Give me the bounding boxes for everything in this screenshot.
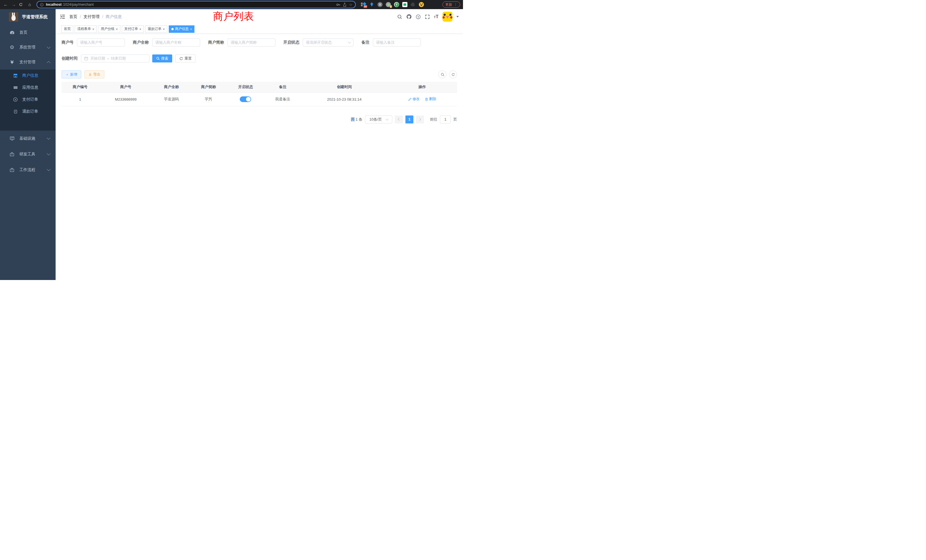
extension-y-icon[interactable]: Y — [394, 2, 399, 7]
tab-merchant-info[interactable]: 商户信息× — [169, 26, 194, 33]
remark-input[interactable]: 请输入备注 — [373, 38, 421, 47]
chevron-down-icon — [47, 136, 50, 140]
merchant-short-input[interactable]: 请输入商户简称 — [227, 38, 275, 47]
extension-emoji-icon[interactable] — [419, 2, 424, 7]
refresh-icon — [451, 73, 455, 76]
goto-page-input[interactable]: 1 — [440, 115, 451, 123]
avatar-caret-icon[interactable] — [457, 16, 459, 17]
sidebar-item-merchant-info[interactable]: 商户信息 — [0, 70, 56, 82]
col-short-name: 商户简称 — [190, 82, 227, 92]
page-1-button[interactable]: 1 — [406, 115, 413, 123]
sidebar-item-app-info[interactable]: 应用信息 — [0, 82, 56, 94]
sidebar-fold-icon[interactable] — [60, 14, 65, 20]
chevron-up-icon — [47, 61, 50, 65]
browser-back-icon[interactable]: ← — [3, 2, 9, 8]
col-actions: 操作 — [387, 82, 457, 92]
add-button[interactable]: ＋ 新增 — [62, 70, 81, 79]
url-bar[interactable]: localhost:1024/pay/merchant ☆ — [36, 1, 356, 8]
app-logo-row[interactable]: 芋道管理系统 — [0, 9, 56, 22]
reset-button[interactable]: 重置 — [176, 54, 195, 62]
search-button[interactable]: 搜索 — [152, 54, 172, 62]
extension-meet-icon[interactable]: 1 — [386, 2, 391, 7]
document-icon — [12, 109, 18, 114]
browser-menu-icon[interactable]: ⋮ — [454, 3, 457, 6]
close-icon[interactable]: × — [163, 27, 165, 31]
extension-chat-icon[interactable] — [402, 2, 407, 7]
col-status: 开启状态 — [227, 82, 264, 92]
pagination: 共 1 条 10条/页 1 前往 1 页 — [62, 115, 457, 123]
col-full-name: 商户全称 — [153, 82, 190, 92]
extensions-puzzle-icon[interactable] — [410, 2, 416, 7]
share-icon[interactable] — [343, 3, 346, 7]
fullscreen-icon[interactable] — [425, 14, 430, 20]
tab-process-form[interactable]: 流程表单× — [75, 26, 97, 33]
next-page-button[interactable] — [416, 115, 424, 123]
url-host: localhost — [46, 3, 62, 6]
sidebar-item-home[interactable]: 首页 — [0, 25, 56, 40]
close-icon[interactable]: × — [139, 27, 141, 31]
help-icon[interactable]: ? — [416, 14, 421, 20]
browser-update-button[interactable]: 更新 ⋮ — [442, 2, 460, 8]
toggle-search-button[interactable] — [439, 70, 446, 79]
avatar[interactable] — [442, 12, 452, 22]
font-size-icon[interactable]: TT — [434, 14, 439, 20]
sidebar-item-label: 退款订单 — [22, 109, 38, 114]
sidebar-item-infra[interactable]: 基础设施 — [0, 130, 56, 146]
create-time-label: 创建时间 — [62, 56, 77, 61]
export-button[interactable]: 导出 — [85, 70, 104, 79]
tab-user-group[interactable]: 用户分组× — [98, 26, 120, 33]
close-icon[interactable]: × — [116, 27, 118, 31]
prev-page-button[interactable] — [395, 115, 403, 123]
breadcrumb-pay[interactable]: 支付管理 — [83, 14, 100, 20]
password-key-icon[interactable] — [336, 3, 340, 7]
tab-pay-order[interactable]: 支付订单× — [122, 26, 144, 33]
browser-chrome: ← → ⌂ localhost:1024/pay/merchant ☆ 10 ⌘… — [0, 0, 463, 9]
extension-kite-icon[interactable] — [369, 2, 374, 7]
sidebar-item-pay[interactable]: ￥ 支付管理 — [0, 55, 56, 70]
active-dot — [171, 28, 174, 30]
sidebar-item-pay-order[interactable]: ¥ 支付订单 — [0, 94, 56, 106]
create-time-range-picker[interactable]: 开始日期 - 结束日期 — [81, 54, 150, 62]
toolbox-icon — [9, 152, 15, 157]
site-info-icon[interactable] — [40, 3, 44, 6]
extension-workona-icon[interactable]: 10 — [361, 2, 366, 7]
sidebar-item-refund-order[interactable]: 退款订单 — [0, 106, 56, 118]
sidebar-item-label: 工作流程 — [20, 167, 35, 173]
tab-home[interactable]: 首页 — [61, 26, 73, 33]
github-icon[interactable] — [406, 14, 412, 20]
sidebar-item-devtools[interactable]: 研发工具 — [0, 146, 56, 162]
merchant-no-input[interactable]: 请输入商户号 — [77, 38, 125, 47]
browser-home-icon[interactable]: ⌂ — [27, 2, 32, 8]
status-toggle[interactable] — [240, 96, 251, 102]
page-size-select[interactable]: 10条/页 — [365, 115, 392, 123]
close-icon[interactable]: × — [92, 27, 94, 31]
browser-forward-icon[interactable]: → — [11, 2, 17, 8]
sidebar-item-label: 基础设施 — [20, 136, 35, 141]
refresh-table-button[interactable] — [449, 70, 457, 79]
filter-row-1: 商户号 请输入商户号 商户全称 请输入商户全称 商户简称 请输入商户简称 开启状… — [62, 38, 457, 47]
merchant-short-label: 商户简称 — [208, 40, 224, 45]
chevron-down-icon — [47, 167, 50, 171]
range-separator: - — [107, 56, 109, 61]
close-icon[interactable]: × — [190, 27, 192, 31]
extension-badge: 10 — [363, 5, 367, 8]
pay-submenu: 商户信息 应用信息 ¥ 支付订单 — [0, 70, 56, 130]
filter-row-2: 创建时间 开始日期 - 结束日期 搜索 重置 — [62, 54, 457, 62]
edit-button[interactable]: 修改 — [408, 97, 420, 101]
top-navbar: 首页 / 支付管理 / 商户信息 商户列表 ? T — [56, 9, 463, 24]
table-header-row: 商户编号 商户号 商户全称 商户简称 开启状态 备注 创建时间 操作 — [62, 82, 457, 92]
sidebar-item-label: 首页 — [20, 30, 27, 35]
breadcrumb-home[interactable]: 首页 — [69, 14, 77, 20]
breadcrumb-current: 商户信息 — [106, 14, 122, 20]
extension-command-icon[interactable]: ⌘ — [377, 2, 383, 7]
status-select[interactable]: 请选择开启状态 — [303, 38, 354, 47]
header-search-icon[interactable] — [397, 14, 402, 20]
sidebar-item-system[interactable]: ⚙ 系统管理 — [0, 40, 56, 55]
tab-refund-order[interactable]: 退款订单× — [145, 26, 167, 33]
merchant-name-input[interactable]: 请输入商户全称 — [152, 38, 200, 47]
monitor-icon — [9, 136, 15, 141]
delete-button[interactable]: 删除 — [425, 97, 436, 101]
bookmark-star-icon[interactable]: ☆ — [349, 3, 353, 7]
sidebar-item-workflow[interactable]: 工作流程 — [0, 162, 56, 178]
browser-reload-icon[interactable] — [19, 3, 24, 6]
